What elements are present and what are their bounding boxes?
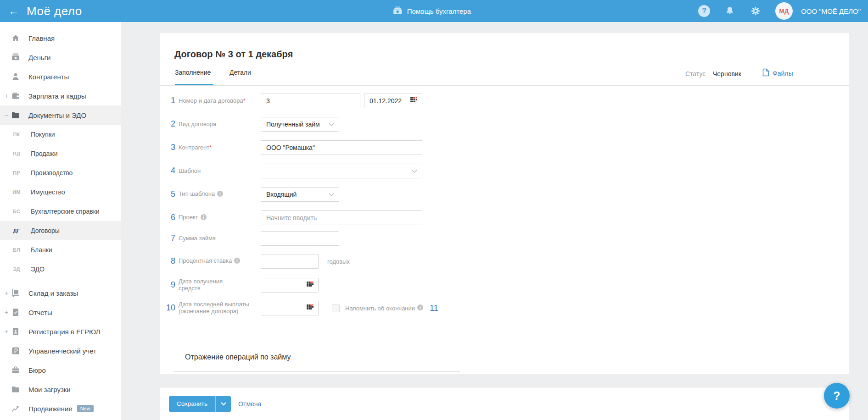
expand-plus-icon[interactable]: + (4, 289, 9, 297)
field-label: Контрагент (179, 144, 209, 151)
status-label: Статус (685, 70, 706, 77)
field-row-template: 4 Шаблон (160, 164, 849, 178)
sidebar-item-moi-zagruzki[interactable]: Мои загрузки (0, 380, 121, 399)
organization-name[interactable]: ООО "МОЁ ДЕЛО" (801, 7, 861, 15)
field-number: 6 (164, 213, 175, 221)
sidebar-item-edo[interactable]: ЭДЭДО (0, 260, 121, 279)
cancel-link[interactable]: Отмена (238, 400, 261, 408)
info-icon[interactable] (417, 304, 423, 312)
chevron-down-icon (329, 191, 334, 198)
sidebar-item-blanki[interactable]: БЛБланки (0, 240, 121, 260)
field-label: Дата последней выплаты (окончание догово… (179, 301, 252, 315)
loan-amount-input[interactable] (261, 231, 339, 246)
sidebar-item-upravlencheskiy-uchet[interactable]: Управленческий учет (0, 341, 121, 360)
save-button-group: Сохранить (169, 396, 231, 412)
sidebar-item-label: Контрагенты (28, 73, 69, 81)
field-row-project: 6 Проект (160, 210, 849, 225)
calendar-icon[interactable] (410, 97, 417, 105)
field-number: 7 (164, 234, 175, 242)
save-options-button[interactable] (215, 396, 231, 412)
field-label: Дата получения средств (179, 278, 228, 292)
top-bar-actions: ? МД ООО "МОЁ ДЕЛО" (698, 0, 861, 22)
sidebar-nav: ГлавнаяДеньгиКонтрагенты+Зарплата и кадр… (0, 28, 121, 418)
expand-plus-icon[interactable]: + (4, 309, 9, 316)
help-icon[interactable]: ? (698, 5, 710, 17)
files-link[interactable]: Файлы (762, 68, 793, 78)
field-row-funds-received-date: 9 Дата получения средств (160, 278, 849, 293)
sidebar-item-registratsiya-v-egrul[interactable]: +Регистрация в ЕГРЮЛ (0, 322, 121, 341)
sidebar-item-byuro[interactable]: Бюро (0, 360, 121, 380)
sidebar-item-prodazhi[interactable]: ПДПродажи (0, 144, 121, 163)
sidebar-item-otchety[interactable]: +Отчеты (0, 303, 121, 322)
file-icon (762, 68, 769, 78)
template-type-select[interactable]: Входящий (261, 187, 339, 202)
sidebar-item-prodvizhenie[interactable]: ПродвижениеNew (0, 399, 121, 418)
sidebar-item-abbr: БЛ (10, 247, 23, 253)
field-label: Проект (179, 214, 198, 221)
field-label: Номер и дата договора (179, 97, 243, 104)
expand-plus-icon[interactable]: + (4, 328, 9, 335)
collapse-minus-icon[interactable]: − (4, 111, 9, 119)
chevron-down-icon (412, 167, 417, 175)
calendar-icon[interactable] (307, 282, 314, 289)
status-badge: Черновик (713, 70, 741, 77)
sidebar-item-glavnaya[interactable]: Главная (0, 28, 121, 48)
sidebar-item-proizvodstvo[interactable]: ПРПроизводство (0, 163, 121, 182)
project-input[interactable] (261, 210, 422, 225)
tab-zapolnenie[interactable]: Заполнение (175, 69, 211, 76)
sidebar-item-dokumenty-i-edo[interactable]: −Документы и ЭДО (0, 105, 121, 125)
chevron-down-icon (329, 121, 334, 128)
last-payment-date-input[interactable] (261, 301, 319, 315)
sidebar-item-buhgalterskie-spravki[interactable]: БСБухгалтерские справки (0, 202, 121, 221)
field-number: 4 (164, 166, 175, 175)
info-icon[interactable] (217, 191, 223, 198)
loan-operations-section-title: Отражение операций по займу (185, 353, 291, 361)
briefcase-icon (11, 365, 20, 375)
gear-icon[interactable] (750, 5, 762, 17)
app-logo[interactable]: Моё дело (27, 4, 82, 18)
expand-plus-icon[interactable]: + (4, 92, 9, 99)
user-avatar[interactable]: МД (775, 2, 793, 20)
interest-rate-input[interactable] (261, 254, 319, 269)
files-label: Файлы (773, 70, 793, 77)
back-arrow-icon[interactable]: ← (8, 6, 19, 17)
sidebar-item-pokupki[interactable]: ПКПокупки (0, 125, 121, 144)
save-button[interactable]: Сохранить (169, 396, 215, 412)
funds-received-date-input[interactable] (261, 278, 319, 293)
action-footer: Сохранить Отмена (160, 387, 849, 420)
sidebar-item-label: Управленческий учет (28, 347, 96, 355)
remind-checkbox[interactable] (332, 304, 340, 312)
sidebar-item-zarplata-i-kadry[interactable]: +Зарплата и кадры (0, 86, 121, 105)
field-number: 8 (164, 257, 175, 265)
sidebar-item-dogovory[interactable]: ДГДоговоры (0, 221, 121, 240)
contract-type-select[interactable]: Полученный займ (261, 117, 339, 132)
tab-detali[interactable]: Детали (230, 69, 251, 76)
cart-icon (11, 288, 20, 298)
field-row-loan-amount: 7 Сумма займа (160, 231, 849, 246)
accountant-help-link[interactable]: Помощь бухгалтера (392, 0, 471, 22)
contract-date-input[interactable]: 01.12.2022 (364, 94, 422, 108)
docperson-icon (11, 327, 20, 336)
field-number: 11 (430, 304, 438, 312)
section-divider (174, 371, 460, 372)
sidebar-item-label: Зарплата и кадры (28, 92, 86, 100)
sidebar-item-kontragenty[interactable]: Контрагенты (0, 67, 121, 86)
floating-help-button[interactable]: ? (824, 383, 850, 409)
field-label: Вид договора (179, 121, 216, 127)
info-icon[interactable] (201, 214, 207, 221)
sidebar-item-dengi[interactable]: Деньги (0, 48, 121, 67)
sidebar-item-imushchestvo[interactable]: ИМИмущество (0, 182, 121, 202)
contract-number-input[interactable] (261, 94, 360, 108)
counterparty-input[interactable] (261, 140, 422, 155)
sidebar-item-label: Склад и заказы (28, 289, 78, 297)
calendar-icon[interactable] (307, 304, 314, 312)
info-icon[interactable] (234, 258, 240, 265)
template-select[interactable] (261, 164, 422, 178)
sidebar-item-sklad-i-zakazy[interactable]: +Склад и заказы (0, 283, 121, 303)
field-number: 3 (164, 143, 175, 151)
top-bar: ← Моё дело Помощь бухгалтера ? МД ООО "М… (0, 0, 868, 22)
sidebar-item-label: Продвижение (28, 405, 73, 413)
sidebar-item-label: Бланки (31, 246, 52, 254)
required-mark: * (209, 144, 212, 151)
bell-icon[interactable] (724, 5, 736, 17)
